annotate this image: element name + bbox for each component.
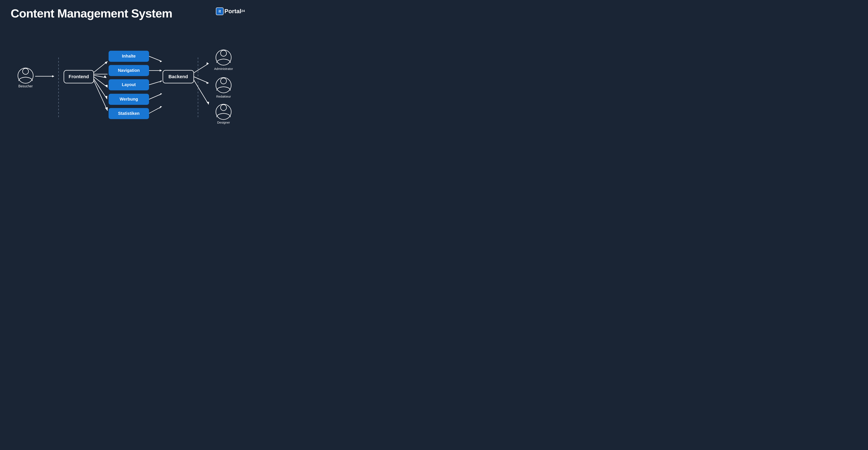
diagram: Besucher Frontend Inhalte Na	[0, 30, 255, 132]
svg-line-19	[149, 81, 162, 85]
layout-label: Layout	[122, 82, 136, 87]
svg-marker-14	[105, 107, 108, 111]
frontend-label: Frontend	[68, 74, 89, 79]
svg-line-21	[149, 94, 162, 99]
administrator-label: Administrator	[214, 67, 233, 71]
svg-point-32	[221, 50, 226, 56]
svg-marker-18	[160, 69, 162, 72]
backend-label: Backend	[168, 74, 188, 79]
logo-portal-text: Portal24	[224, 8, 245, 15]
svg-line-26	[194, 63, 209, 73]
svg-marker-5	[105, 61, 107, 64]
svg-marker-2	[52, 75, 54, 77]
redakteur-icon	[216, 78, 231, 93]
svg-point-0	[23, 68, 29, 74]
svg-point-34	[221, 105, 226, 111]
redakteur-label: Redakteur	[216, 94, 231, 98]
logo-it-box: it	[216, 7, 223, 15]
page-title: Content Management System	[11, 6, 172, 20]
administrator-icon	[216, 50, 231, 65]
designer-icon	[216, 104, 231, 119]
svg-line-13	[94, 80, 107, 111]
visitor-label: Besucher	[18, 84, 33, 88]
svg-marker-22	[159, 93, 162, 95]
svg-marker-31	[207, 102, 209, 104]
statistiken-label: Statistiken	[118, 111, 140, 116]
svg-point-33	[221, 78, 226, 84]
werbung-label: Werbung	[120, 97, 138, 102]
svg-marker-8	[104, 75, 106, 78]
inhalte-label: Inhalte	[122, 54, 135, 58]
visitor-icon	[18, 68, 33, 83]
navigation-label: Navigation	[118, 68, 140, 73]
svg-line-30	[194, 80, 209, 104]
logo: it Portal24	[216, 7, 245, 15]
designer-label: Designer	[217, 121, 230, 124]
svg-marker-12	[105, 96, 107, 99]
